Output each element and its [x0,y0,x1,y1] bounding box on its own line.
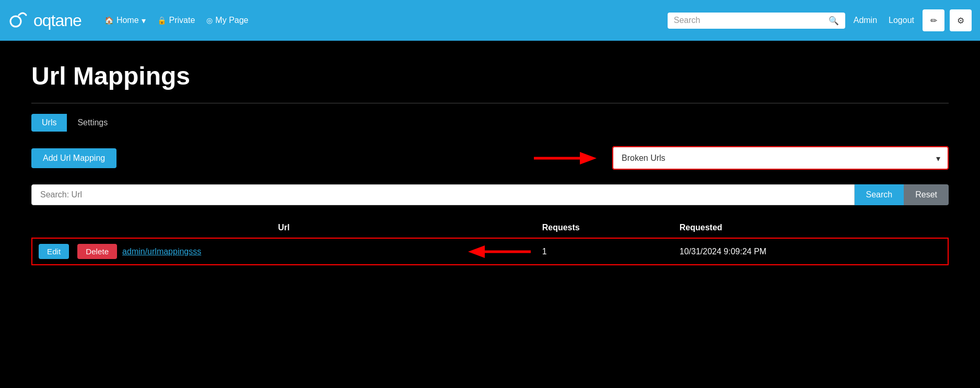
requests-value: 1 [542,247,547,256]
edit-row-button[interactable]: Edit [39,244,69,259]
tab-urls[interactable]: Urls [31,114,67,132]
divider [31,103,949,103]
url-reset-button[interactable]: Reset [904,184,949,205]
table-header-row: Url Requests Requested [32,218,948,238]
edit-button[interactable]: ✏ [923,9,944,31]
url-table: Url Requests Requested Edit Delete admin… [31,218,949,265]
add-url-mapping-button[interactable]: Add Url Mapping [31,148,116,168]
settings-button[interactable]: ⚙ [950,9,972,31]
right-arrow-annotation [534,149,597,168]
global-search-button[interactable]: 🔍 [829,16,839,26]
brand-name: oqtane [33,11,81,30]
logout-link[interactable]: Logout [885,14,917,27]
nav-link-home[interactable]: 🏠 Home ▾ [100,14,150,28]
svg-point-0 [10,16,21,27]
nav-links: 🏠 Home ▾ 🔒 Private ◎ My Page [100,14,253,28]
settings-icon: ⚙ [957,16,964,26]
url-search-button[interactable]: Search [855,184,904,205]
edit-icon: ✏ [930,16,937,26]
svg-marker-2 [580,152,597,164]
table-row: Edit Delete admin/urlmappingsss 1 10/31/… [32,238,948,265]
page-title: Url Mappings [31,62,949,90]
admin-link[interactable]: Admin [850,14,880,27]
url-type-dropdown-wrapper: Broken Urls All Urls Mapped Urls ▾ [612,146,949,170]
table-cell-actions-url: Edit Delete admin/urlmappingsss [32,238,536,265]
global-search-input[interactable] [674,16,824,25]
table-cell-requested: 10/31/2024 9:09:24 PM [673,238,948,265]
main-content: Url Mappings Urls Settings Add Url Mappi… [0,41,980,388]
home-icon: 🏠 [104,16,114,25]
url-value-link[interactable]: admin/urlmappingsss [122,247,201,256]
brand-logo-icon [8,10,29,31]
chevron-down-icon: ▾ [142,16,146,26]
brand-link[interactable]: oqtane [8,10,81,31]
svg-marker-3 [468,245,485,258]
left-arrow-annotation [468,242,531,261]
tabs: Urls Settings [31,114,949,132]
navbar-right: 🔍 Admin Logout ✏ ⚙ [668,9,972,31]
table-cell-requests: 1 [536,238,673,265]
lock-icon: 🔒 [157,16,167,25]
navbar: oqtane 🏠 Home ▾ 🔒 Private ◎ My Page 🔍 Ad… [0,0,980,41]
nav-link-mypage[interactable]: ◎ My Page [202,14,252,27]
url-type-dropdown[interactable]: Broken Urls All Urls Mapped Urls [613,147,948,169]
nav-link-private-label: Private [169,16,195,25]
page-icon: ◎ [206,16,213,25]
tab-settings[interactable]: Settings [67,114,118,132]
global-search-box: 🔍 [668,13,845,29]
nav-link-mypage-label: My Page [215,16,248,25]
nav-link-home-label: Home [116,16,139,25]
url-search-input[interactable] [31,184,855,205]
col-header-url: Url [32,218,536,238]
col-header-requested: Requested [673,218,948,238]
search-row: Search Reset [31,184,949,205]
col-header-requests: Requests [536,218,673,238]
toolbar: Add Url Mapping Broken Urls All Urls Map… [31,146,949,170]
nav-link-private[interactable]: 🔒 Private [153,14,200,27]
delete-row-button[interactable]: Delete [77,244,117,259]
